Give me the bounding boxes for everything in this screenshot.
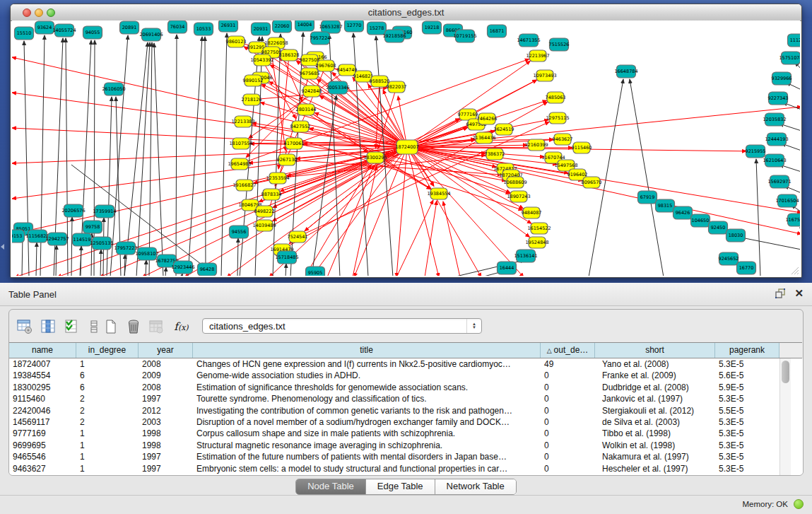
network-node-yellow[interactable]: 19166827: [233, 180, 256, 191]
network-node-yellow[interactable]: 9242848: [302, 86, 322, 97]
table-row[interactable]: 2242004622012Investigating the contribut…: [9, 405, 779, 416]
citation-edge-red[interactable]: [12, 147, 407, 234]
citation-edge-black[interactable]: [36, 243, 37, 276]
citation-edge-red[interactable]: [443, 201, 460, 276]
network-node-teal[interactable]: 9215955: [746, 145, 766, 158]
table-row[interactable]: 911546021997Tourette syndrome. Phenomeno…: [9, 393, 779, 404]
citation-edge-black[interactable]: [81, 246, 81, 276]
network-node-yellow[interactable]: 8427552: [290, 121, 311, 132]
network-node-teal[interactable]: 98315: [656, 199, 675, 212]
network-node-teal[interactable]: 96426: [673, 206, 693, 219]
network-node-teal[interactable]: 15510: [15, 27, 34, 40]
network-node-teal[interactable]: 17957223: [114, 242, 137, 255]
network-node-teal[interactable]: 15136141: [514, 250, 537, 262]
network-node-yellow[interactable]: 2967608: [316, 60, 336, 71]
network-node-teal[interactable]: 92450: [709, 221, 728, 234]
network-canvas[interactable]: 1551093624140557249405520891206914067603…: [12, 21, 800, 276]
network-node-yellow[interactable]: 12213383: [231, 116, 254, 127]
network-node-teal[interactable]: 17016504: [775, 194, 799, 207]
citation-edge-black[interactable]: [756, 159, 760, 276]
network-node-yellow[interactable]: 7485063: [546, 92, 566, 103]
network-node-yellow[interactable]: 8878334: [261, 189, 282, 200]
network-node-teal[interactable]: 16871: [488, 25, 507, 37]
network-node-yellow[interactable]: 7386372: [485, 148, 505, 160]
network-node-yellow[interactable]: 9463627: [553, 134, 573, 145]
network-node-yellow[interactable]: 10543392: [250, 54, 273, 66]
close-panel-icon[interactable]: ✕: [794, 288, 804, 299]
table-row[interactable]: 1872400712008Changes of HCN gene express…: [9, 358, 779, 370]
column-chooser-icon[interactable]: [38, 317, 57, 336]
citation-edge-black[interactable]: [71, 217, 72, 276]
table-row[interactable]: 1938455462009Genome-wide association stu…: [9, 370, 779, 381]
function-builder-icon[interactable]: f(x): [172, 317, 191, 336]
network-node-teal[interactable]: 12942757: [45, 233, 69, 245]
network-node-yellow[interactable]: 12213967: [526, 50, 549, 62]
network-node-yellow[interactable]: 9860123: [226, 36, 247, 47]
network-view-window[interactable]: citations_edges.txt 15510936241405572494…: [10, 4, 802, 278]
network-node-yellow[interactable]: 4170061: [284, 138, 305, 149]
network-node-teal[interactable]: 76034: [168, 21, 187, 33]
table-settings-icon[interactable]: [15, 317, 34, 336]
network-node-teal[interactable]: 11675338: [785, 214, 800, 226]
tab-node-table[interactable]: Node Table: [296, 479, 366, 494]
network-node-teal[interactable]: 12035832: [763, 113, 786, 126]
network-node-yellow[interactable]: 12353594: [266, 173, 289, 184]
network-node-yellow[interactable]: 2803144: [296, 104, 317, 115]
network-node-teal[interactable]: 15718485: [275, 251, 298, 264]
network-node-teal[interactable]: 15692971: [767, 175, 791, 188]
network-node-teal[interactable]: 67919: [638, 191, 657, 204]
network-node-teal[interactable]: 19218: [423, 21, 442, 34]
citation-edge-black[interactable]: [56, 245, 57, 276]
network-node-teal[interactable]: 12770: [345, 21, 364, 32]
network-node-teal[interactable]: 10533: [194, 23, 213, 35]
table-row[interactable]: 946554611997Estimation of the future num…: [9, 451, 779, 462]
table-row[interactable]: 969969511998Structural magnetic resonanc…: [9, 440, 779, 451]
citation-edge-black[interactable]: [100, 250, 101, 276]
new-table-icon[interactable]: [101, 317, 120, 336]
network-node-teal[interactable]: 94055: [83, 26, 102, 39]
network-node-teal[interactable]: 16210643: [763, 154, 786, 167]
network-node-teal[interactable]: 16770: [737, 262, 756, 274]
network-node-yellow[interactable]: 12160399: [524, 139, 548, 151]
network-node-teal[interactable]: 7515526: [549, 38, 570, 51]
scrollbar-thumb[interactable]: [782, 361, 789, 383]
citation-edge-black[interactable]: [205, 37, 206, 276]
network-node-yellow[interactable]: 8096570: [582, 177, 602, 188]
network-node-yellow[interactable]: 16154522: [527, 223, 551, 234]
network-node-teal[interactable]: 14004: [295, 21, 314, 31]
network-node-yellow[interactable]: 10688609: [503, 177, 526, 188]
citation-edge-black[interactable]: [124, 42, 148, 276]
network-node-teal[interactable]: 20053346: [326, 81, 349, 94]
citation-edge-black[interactable]: [741, 238, 800, 250]
network-node-teal[interactable]: 20891: [120, 21, 139, 34]
stacked-tables-icon[interactable]: [84, 317, 103, 336]
network-node-teal[interactable]: 15751074: [779, 52, 800, 64]
network-node-yellow[interactable]: 12975115: [546, 112, 569, 124]
column-header-pagerank[interactable]: pagerank: [715, 343, 779, 358]
network-node-teal[interactable]: 39153: [12, 230, 25, 243]
column-header-short[interactable]: short: [595, 343, 715, 358]
network-node-teal[interactable]: 9227343: [768, 92, 789, 105]
network-node-teal[interactable]: 93624: [35, 21, 54, 34]
network-node-yellow[interactable]: 8186328: [279, 49, 300, 61]
float-window-icon[interactable]: [775, 288, 786, 299]
network-node-yellow[interactable]: 14039489: [252, 220, 276, 231]
citation-edge-black[interactable]: [237, 238, 238, 276]
citation-edge-black[interactable]: [136, 42, 150, 276]
column-header-title[interactable]: title: [193, 343, 541, 358]
network-node-teal[interactable]: 99758: [83, 221, 102, 233]
network-node-teal[interactable]: 16648784: [614, 65, 637, 78]
network-node-teal[interactable]: 20691406: [139, 28, 163, 41]
network-node-yellow[interactable]: 21364436: [472, 132, 495, 144]
network-node-teal[interactable]: 114519: [73, 233, 92, 246]
network-hub-node[interactable]: 18724007: [395, 140, 418, 154]
network-node-yellow[interactable]: 18907243: [507, 191, 530, 202]
citation-edge-black[interactable]: [110, 35, 128, 276]
table-row[interactable]: 1830029562008Estimation of significance …: [9, 382, 779, 393]
network-node-teal[interactable]: 95905: [306, 267, 325, 276]
network-node-teal[interactable]: 9245652: [719, 252, 739, 265]
network-node-teal[interactable]: 10719155: [453, 30, 476, 42]
network-node-yellow[interactable]: 18300295: [363, 152, 387, 163]
network-node-yellow[interactable]: 10973493: [533, 70, 556, 81]
table-selector-dropdown[interactable]: citations_edges.txt ▲▼: [202, 318, 482, 334]
